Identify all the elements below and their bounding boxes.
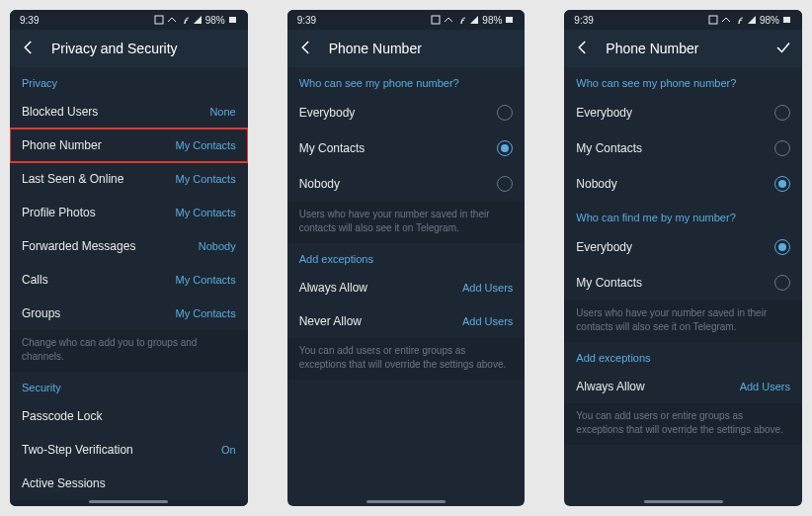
section-exceptions: Add exceptions xyxy=(564,342,802,370)
opt-nobody[interactable]: Nobody xyxy=(287,166,526,202)
svg-rect-2 xyxy=(229,17,236,23)
svg-rect-0 xyxy=(155,16,163,24)
header: Phone Number xyxy=(564,30,802,67)
row-calls[interactable]: CallsMy Contacts xyxy=(10,263,248,297)
hint-exceptions: You can add users or entire groups as ex… xyxy=(564,403,802,445)
status-bar: 9:39 98% xyxy=(564,10,802,30)
status-time: 9:39 xyxy=(574,15,593,26)
radio-icon xyxy=(774,239,790,255)
section-security: Security xyxy=(10,372,248,399)
svg-rect-6 xyxy=(709,16,717,24)
find-my-contacts[interactable]: My Contacts xyxy=(564,265,802,301)
nav-indicator xyxy=(89,500,168,503)
page-title: Phone Number xyxy=(329,41,516,56)
svg-rect-8 xyxy=(783,17,790,23)
row-two-step[interactable]: Two-Step VerificationOn xyxy=(10,433,248,467)
radio-icon xyxy=(774,176,790,192)
find-everybody[interactable]: Everybody xyxy=(564,229,802,265)
status-icons: 98% xyxy=(431,15,515,26)
row-last-seen[interactable]: Last Seen & OnlineMy Contacts xyxy=(10,162,248,196)
svg-marker-1 xyxy=(194,16,202,24)
status-time: 9:39 xyxy=(20,15,39,26)
back-icon[interactable] xyxy=(574,39,592,59)
section-who-see: Who can see my phone number? xyxy=(287,67,526,95)
row-always-allow[interactable]: Always AllowAdd Users xyxy=(287,271,526,304)
section-who-see: Who can see my phone number? xyxy=(564,67,802,95)
row-passcode-lock[interactable]: Passcode Lock xyxy=(10,399,248,433)
hint-contacts: Users who have your number saved in thei… xyxy=(564,301,802,342)
back-icon[interactable] xyxy=(297,39,315,59)
opt-my-contacts[interactable]: My Contacts xyxy=(564,130,802,166)
opt-everybody[interactable]: Everybody xyxy=(287,95,526,130)
row-forwarded-messages[interactable]: Forwarded MessagesNobody xyxy=(10,229,248,263)
status-battery: 98% xyxy=(760,15,779,26)
radio-icon xyxy=(774,275,790,291)
section-exceptions: Add exceptions xyxy=(287,243,526,271)
status-time: 9:39 xyxy=(297,15,316,26)
svg-rect-3 xyxy=(432,16,440,24)
status-bar: 9:39 98% xyxy=(10,10,248,30)
radio-icon xyxy=(497,140,513,156)
section-who-find: Who can find me by my number? xyxy=(564,202,802,229)
row-groups[interactable]: GroupsMy Contacts xyxy=(10,297,248,330)
hint-groups: Change who can add you to groups and cha… xyxy=(10,330,248,372)
screen-phone-number-nobody: 9:39 98% Phone Number Who can see my pho… xyxy=(564,10,802,506)
row-never-allow[interactable]: Never AllowAdd Users xyxy=(287,304,526,338)
section-privacy: Privacy xyxy=(10,67,248,95)
screen-phone-number-contacts: 9:39 98% Phone Number Who can see my pho… xyxy=(287,10,526,506)
nav-indicator xyxy=(366,500,446,503)
back-icon[interactable] xyxy=(20,39,38,59)
radio-icon xyxy=(497,105,513,121)
check-icon[interactable] xyxy=(774,39,792,59)
row-profile-photos[interactable]: Profile PhotosMy Contacts xyxy=(10,196,248,229)
opt-my-contacts[interactable]: My Contacts xyxy=(287,130,526,166)
status-bar: 9:39 98% xyxy=(287,10,526,30)
svg-marker-7 xyxy=(748,16,756,24)
status-battery: 98% xyxy=(205,15,225,26)
radio-icon xyxy=(774,105,790,121)
status-icons: 98% xyxy=(708,15,792,26)
header: Privacy and Security xyxy=(10,30,248,67)
hint-exceptions: You can add users or entire groups as ex… xyxy=(287,338,526,380)
status-battery: 98% xyxy=(482,15,502,26)
page-title: Phone Number xyxy=(606,41,761,56)
screen-privacy-security: 9:39 98% Privacy and Security Privacy Bl… xyxy=(10,10,248,506)
row-active-sessions[interactable]: Active Sessions xyxy=(10,467,248,500)
opt-everybody[interactable]: Everybody xyxy=(564,95,802,130)
row-phone-number[interactable]: Phone NumberMy Contacts xyxy=(10,129,248,162)
svg-rect-5 xyxy=(506,17,513,23)
opt-nobody[interactable]: Nobody xyxy=(564,166,802,202)
hint-contacts: Users who have your number saved in thei… xyxy=(287,202,526,243)
row-blocked-users[interactable]: Blocked UsersNone xyxy=(10,95,248,129)
radio-icon xyxy=(497,176,513,192)
row-always-allow[interactable]: Always AllowAdd Users xyxy=(564,370,802,403)
status-icons: 98% xyxy=(154,15,238,26)
radio-icon xyxy=(774,140,790,156)
svg-marker-4 xyxy=(470,16,478,24)
nav-indicator xyxy=(644,500,723,503)
page-title: Privacy and Security xyxy=(51,41,238,56)
header: Phone Number xyxy=(287,30,526,67)
